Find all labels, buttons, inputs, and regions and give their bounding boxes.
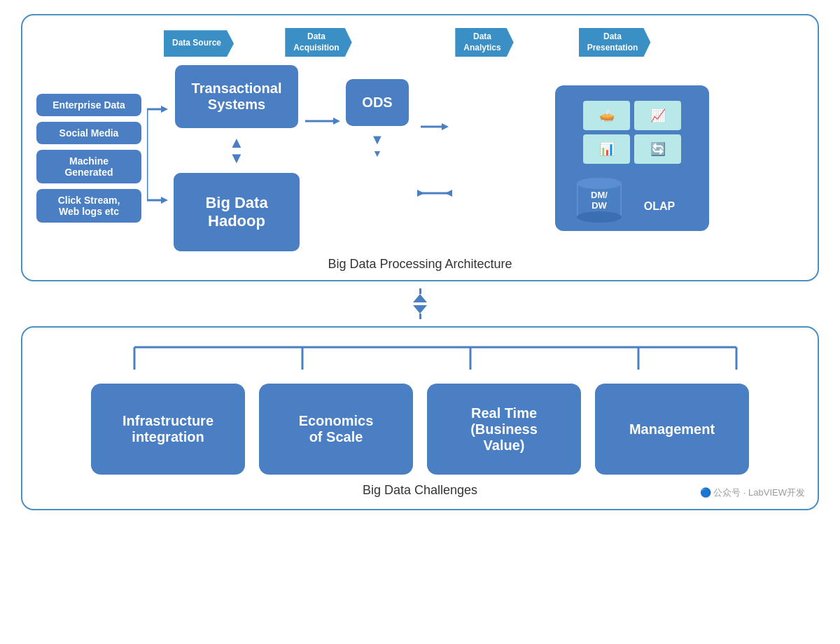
transactional-ods-arrow-svg [305,86,340,163]
arrow-label-data-acquisition: Data Acquisition [285,28,351,57]
arrow-label-data-source: Data Source [164,30,234,57]
challenges-row: Infrastructure integration Economics of … [43,384,797,475]
viz-bar: 📊 [583,134,630,164]
ods-arrows: ▼ ▼ [370,132,384,159]
svg-marker-13 [413,305,427,314]
transactional-systems-box: Transactional Systems [175,65,299,128]
section-connector [21,288,819,319]
source-enterprise: Enterprise Data [36,94,141,116]
right-panel: 🥧 📈 📊 🔄 DM/ DW [461,65,804,251]
main-container: Data Source Data Acquisition Data Analyt… [21,14,819,510]
svg-marker-6 [333,118,340,125]
svg-marker-3 [161,197,168,204]
source-arrows-svg [147,81,168,235]
bracket-connector [43,342,797,370]
svg-marker-11 [445,190,452,197]
bottom-section: Infrastructure integration Economics of … [21,326,819,510]
svg-marker-10 [417,190,424,197]
svg-marker-1 [161,106,168,113]
viz-pie: 🥧 [583,101,630,130]
bigdata-right-double-arrow [417,183,452,204]
bottom-section-label: Big Data Challenges [43,483,797,498]
big-data-hadoop-box: Big Data Hadoop [174,173,300,251]
ods-right-arrow [421,113,449,141]
svg-marker-8 [442,123,449,130]
vertical-arrow-trans-bigdata: ▲ ▼ [229,135,244,166]
sources-column: Enterprise Data Social Media Machine Gen… [36,65,141,251]
challenge-economics: Economics of Scale [259,384,413,475]
dm-dw-cylinder: DM/ DW [577,178,622,223]
top-flow: Enterprise Data Social Media Machine Gen… [36,65,804,251]
ods-box: ODS [346,79,409,126]
arrow-label-data-presentation: Data Presentation [579,28,651,57]
middle-right-arrows [414,65,455,251]
top-section-label: Big Data Processing Architecture [36,257,804,272]
source-click-stream: Click Stream, Web logs etc [36,189,141,223]
challenge-management: Management [595,384,749,475]
challenge-infrastructure: Infrastructure integration [91,384,245,475]
source-social-media: Social Media [36,122,141,144]
dm-olap-row: DM/ DW OLAP [564,178,701,223]
svg-marker-12 [413,294,427,302]
viz-refresh: 🔄 [634,134,681,164]
arrow-label-data-analytics: Data Analytics [455,28,513,57]
olap-box: OLAP [631,190,687,223]
watermark: 🔵 公众号 · LabVIEW开发 [700,486,805,499]
source-machine-generated: Machine Generated [36,150,141,183]
challenge-realtime: Real Time (Business Value) [427,384,581,475]
viz-line: 📈 [634,101,681,130]
top-section: Data Source Data Acquisition Data Analyt… [21,14,819,281]
visualization-grid: 🥧 📈 📊 🔄 [576,94,688,171]
section-double-arrow [407,294,433,314]
